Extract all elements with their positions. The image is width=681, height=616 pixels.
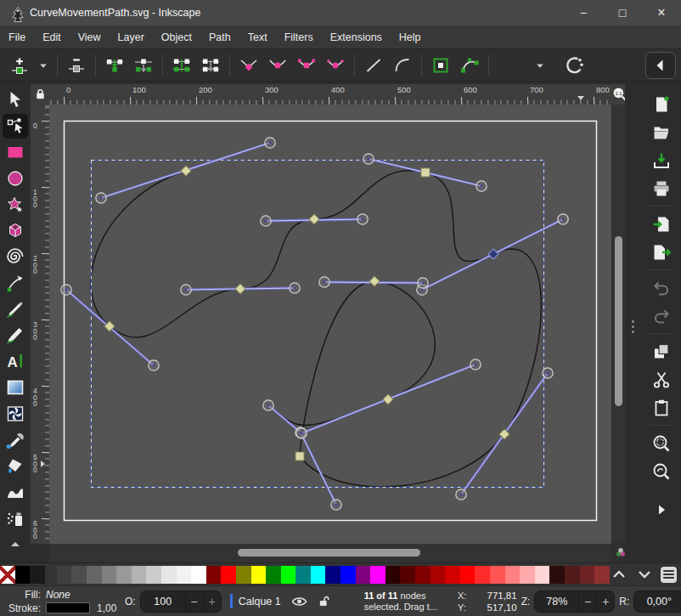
- palette-swatch[interactable]: [594, 566, 610, 584]
- palette-swatch[interactable]: [281, 566, 296, 584]
- tool-box-3d[interactable]: [3, 218, 28, 243]
- tool-gradient[interactable]: [3, 376, 28, 400]
- palette-menu-button[interactable]: [661, 567, 677, 583]
- tool-node-editor[interactable]: [3, 114, 28, 138]
- path-node-square[interactable]: [295, 452, 304, 461]
- paste-button[interactable]: [648, 395, 675, 421]
- stroke-color-swatch[interactable]: [46, 602, 90, 613]
- palette-swatch[interactable]: [30, 566, 45, 584]
- node-corner-button[interactable]: [236, 53, 262, 78]
- vertical-scrollbar[interactable]: [612, 105, 625, 544]
- palette-swatch[interactable]: [177, 566, 192, 584]
- palette-swatch[interactable]: [415, 566, 431, 584]
- palette-swatch[interactable]: [565, 566, 580, 584]
- palette-swatch[interactable]: [221, 566, 236, 584]
- palette-swatch[interactable]: [191, 566, 206, 584]
- lock-guides-toggle[interactable]: [31, 84, 49, 105]
- tool-dropper[interactable]: [3, 427, 28, 452]
- toolbar-overflow-button[interactable]: [532, 53, 548, 78]
- snapping-toggle-button[interactable]: [561, 53, 587, 78]
- palette-swatch[interactable]: [460, 566, 476, 584]
- redo-button[interactable]: [648, 303, 675, 329]
- zoom-increase-button[interactable]: +: [596, 591, 614, 613]
- commands-more-button[interactable]: [648, 497, 675, 523]
- palette-swatch[interactable]: [87, 566, 102, 584]
- break-nodes-button[interactable]: [131, 53, 156, 78]
- palette-swatch[interactable]: [132, 566, 147, 584]
- tool-paint-bucket[interactable]: [3, 454, 28, 478]
- new-document-button[interactable]: [648, 92, 675, 117]
- palette-swatch[interactable]: [236, 566, 251, 584]
- zoom-spinbox[interactable]: 78% − +: [534, 591, 615, 613]
- path-node-diamond[interactable]: [309, 214, 319, 224]
- palette-swatch[interactable]: [57, 566, 72, 584]
- palette-swatch-none[interactable]: [0, 566, 15, 584]
- palette-scroll-down-button[interactable]: [635, 566, 654, 583]
- object-to-path-button[interactable]: [428, 53, 453, 78]
- tool-text[interactable]: A: [3, 349, 28, 374]
- node-symmetric-button[interactable]: [294, 53, 319, 78]
- zoom-selection-button[interactable]: [648, 431, 675, 456]
- horizontal-ruler[interactable]: 0100200300400500600700800: [49, 84, 611, 105]
- zoom-decrease-button[interactable]: −: [578, 591, 596, 613]
- palette-swatch[interactable]: [295, 566, 311, 584]
- segment-curve-button[interactable]: [390, 53, 415, 78]
- tool-spiral[interactable]: [3, 245, 28, 269]
- palette-swatch[interactable]: [490, 566, 505, 584]
- menu-item-file[interactable]: File: [0, 25, 34, 49]
- zoom-drawing-button[interactable]: [648, 459, 675, 484]
- import-button[interactable]: [648, 212, 675, 237]
- drawing-canvas[interactable]: [49, 105, 611, 544]
- stroke-width-value[interactable]: 1,00: [97, 602, 116, 614]
- vertical-ruler[interactable]: 01 0 02 0 03 0 04 0 05 0 06 0 0: [31, 105, 49, 544]
- delete-segment-button[interactable]: [198, 53, 223, 78]
- export-button[interactable]: [648, 240, 675, 265]
- tool-pen[interactable]: [3, 270, 28, 295]
- join-nodes-button[interactable]: [102, 53, 127, 78]
- tool-spray[interactable]: [3, 506, 28, 531]
- menu-item-extensions[interactable]: Extensions: [322, 25, 391, 49]
- palette-swatch[interactable]: [251, 566, 267, 584]
- palette-swatch[interactable]: [15, 566, 31, 584]
- palette-swatch[interactable]: [356, 566, 371, 584]
- opacity-value[interactable]: 100: [141, 596, 185, 608]
- layer-name[interactable]: Calque 1: [239, 596, 281, 608]
- canvas-viewport[interactable]: [49, 105, 611, 544]
- zoom-value[interactable]: 78%: [535, 596, 578, 608]
- palette-swatch[interactable]: [520, 566, 535, 584]
- panel-resize-grip[interactable]: [625, 82, 642, 562]
- close-button[interactable]: ×: [642, 0, 681, 25]
- menu-item-filters[interactable]: Filters: [276, 25, 322, 49]
- fill-stroke-indicator[interactable]: Fill: None Stroke: 1,00: [0, 588, 121, 614]
- join-with-segment-button[interactable]: [169, 53, 194, 78]
- palette-swatch[interactable]: [71, 566, 87, 584]
- menu-item-path[interactable]: Path: [200, 25, 239, 49]
- save-document-button[interactable]: [648, 148, 675, 173]
- segment-line-button[interactable]: [361, 53, 386, 78]
- horizontal-scrollbar-thumb[interactable]: [238, 549, 420, 557]
- insert-node-menu-button[interactable]: [36, 53, 51, 78]
- opacity-increase-button[interactable]: +: [203, 591, 221, 613]
- palette-swatch[interactable]: [475, 566, 490, 584]
- menu-item-help[interactable]: Help: [391, 25, 430, 49]
- delete-node-button[interactable]: [64, 53, 89, 78]
- palette-swatch[interactable]: [161, 566, 177, 584]
- path-node-square[interactable]: [421, 168, 430, 177]
- horizontal-scrollbar[interactable]: [49, 544, 611, 562]
- palette-swatch[interactable]: [146, 566, 161, 584]
- path-node-diamond[interactable]: [235, 284, 245, 294]
- tool-tweak[interactable]: [3, 480, 28, 505]
- tool-pencil[interactable]: [3, 297, 28, 321]
- tool-selector[interactable]: [3, 88, 28, 112]
- palette-swatch[interactable]: [445, 566, 460, 584]
- insert-node-button[interactable]: [7, 53, 32, 78]
- print-button[interactable]: [648, 176, 675, 201]
- node-auto-button[interactable]: [323, 53, 348, 78]
- rotation-spinbox[interactable]: 0,00° − +: [633, 591, 681, 613]
- cut-button[interactable]: [648, 367, 675, 393]
- path-node-diamond[interactable]: [383, 394, 393, 404]
- palette-swatch[interactable]: [102, 566, 117, 584]
- palette-swatch[interactable]: [549, 566, 565, 584]
- menu-item-layer[interactable]: Layer: [110, 25, 153, 49]
- open-document-button[interactable]: [648, 120, 675, 145]
